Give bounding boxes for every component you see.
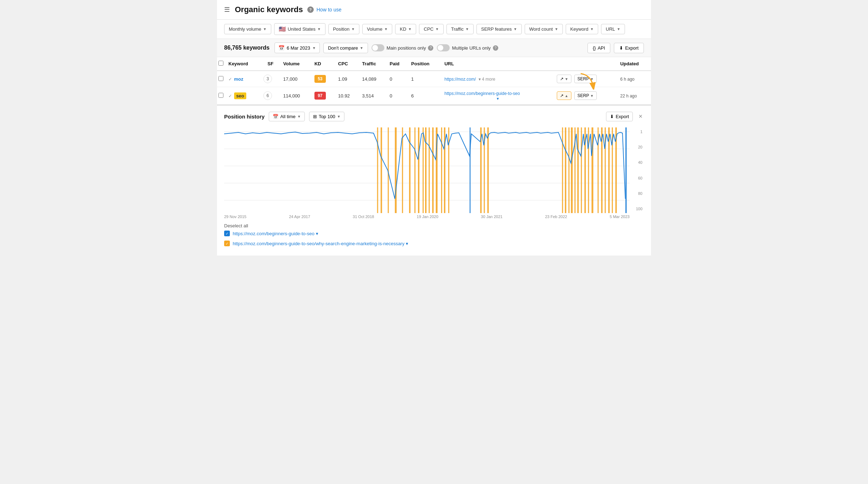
row-checkbox-cell-1[interactable]	[217, 71, 226, 87]
url-link-2[interactable]: https://moz.com/beginners-guide-to-seo	[444, 91, 520, 96]
page-title: Organic keywords	[235, 5, 303, 14]
multiple-urls-help-icon[interactable]: ?	[493, 45, 498, 51]
chevron-down-icon: ▼	[360, 46, 363, 50]
svg-rect-34	[588, 127, 589, 213]
url-checkbox-orange-2[interactable]: ✓	[224, 241, 230, 246]
sf-badge-2: 6	[263, 91, 272, 100]
calendar-icon: 📅	[273, 114, 278, 119]
multiple-urls-toggle[interactable]	[437, 44, 450, 51]
chevron-down-icon: ▼	[317, 27, 321, 31]
api-label: API	[597, 45, 605, 51]
filter-serp-features[interactable]: SERP features ▼	[476, 24, 522, 34]
filter-word-count[interactable]: Word count ▼	[525, 24, 563, 34]
paid-cell-1: 0	[387, 71, 408, 87]
main-positions-toggle-group: Main positions only ?	[372, 44, 434, 51]
serp-button-1[interactable]: SERP ▼	[574, 75, 597, 83]
svg-rect-13	[418, 127, 419, 213]
url-link-1[interactable]: https://moz.com/	[444, 77, 476, 82]
updated-cell-2: 22 h ago	[617, 87, 651, 105]
row-checkbox-1[interactable]	[218, 76, 223, 81]
kd-cell-1: 53	[312, 71, 335, 87]
filter-united-states-label: United States	[288, 26, 316, 32]
filter-position[interactable]: Position ▼	[328, 24, 359, 34]
keyword-cell-1: ✓ moz	[226, 71, 261, 87]
filter-word-count-label: Word count	[529, 26, 553, 32]
chevron-down-icon: ▲	[565, 94, 568, 98]
checkmark-icon: ✓	[228, 94, 232, 99]
hamburger-icon[interactable]: ☰	[224, 6, 230, 14]
filter-keyword[interactable]: Keyword ▼	[566, 24, 598, 34]
filter-volume[interactable]: Volume ▼	[362, 24, 392, 34]
main-positions-help-icon[interactable]: ?	[428, 45, 433, 51]
keyword-link-1[interactable]: moz	[234, 76, 243, 82]
y-label-20: 20	[631, 145, 642, 149]
svg-rect-26	[562, 127, 563, 213]
paid-cell-2: 0	[387, 87, 408, 105]
help-icon[interactable]: ?	[307, 6, 314, 13]
table-header-row: Keyword SF Volume KD CPC Traffic Paid Po…	[217, 57, 651, 71]
chevron-down-icon: ▼	[351, 27, 355, 31]
chevron-down-icon: ▼	[590, 94, 594, 98]
api-icon: {}	[593, 45, 596, 51]
url-checkbox-blue-1[interactable]: ✓	[224, 231, 230, 236]
position-history-header: Position history 📅 All time ▼ ⊞ Top 100 …	[224, 111, 644, 122]
export-label: Export	[625, 45, 639, 51]
deselect-all-link[interactable]: Deselect all	[224, 223, 248, 228]
export-icon: ⬇	[619, 45, 623, 51]
top100-label: Top 100	[319, 114, 335, 119]
table-row: ✓ moz 3 17,000 53 1.09 14,089 0 1 ht	[217, 71, 651, 87]
filter-united-states[interactable]: 🇺🇸 United States ▼	[274, 23, 326, 35]
filter-cpc[interactable]: CPC ▼	[419, 24, 443, 34]
position-history-chart	[224, 127, 630, 213]
main-positions-toggle[interactable]	[372, 44, 384, 51]
position-history-close-button[interactable]: ×	[637, 111, 644, 122]
main-positions-label: Main positions only	[387, 45, 426, 51]
all-time-button[interactable]: 📅 All time ▼	[269, 112, 305, 121]
updated-text-2: 22 h ago	[620, 94, 637, 99]
filter-position-label: Position	[333, 26, 349, 32]
svg-rect-12	[414, 127, 415, 213]
top100-button[interactable]: ⊞ Top 100 ▼	[309, 112, 344, 121]
kd-cell-2: 97	[312, 87, 335, 105]
filter-cpc-label: CPC	[424, 26, 433, 32]
position-history-export-button[interactable]: ⬇ Export	[606, 112, 633, 121]
filter-traffic[interactable]: Traffic ▼	[446, 24, 474, 34]
trend-button-1[interactable]: ↗ ▼	[557, 75, 571, 83]
url-item-text-1[interactable]: https://moz.com/beginners-guide-to-seo ▾	[233, 231, 318, 236]
export-icon: ⬇	[610, 114, 614, 119]
compare-button[interactable]: Don't compare ▼	[323, 43, 368, 53]
date-label: 6 Mar 2023	[287, 45, 310, 51]
filter-url[interactable]: URL ▼	[601, 24, 625, 34]
api-button[interactable]: {} API	[587, 43, 611, 53]
url-item-1: ✓ https://moz.com/beginners-guide-to-seo…	[224, 228, 644, 238]
trend-button-2[interactable]: ↗ ▲	[557, 91, 571, 100]
filter-monthly-volume[interactable]: Monthly volume ▼	[224, 24, 271, 34]
kd-badge-1: 53	[314, 75, 326, 83]
select-all-checkbox[interactable]	[218, 61, 223, 66]
serp-button-2[interactable]: SERP ▼	[574, 91, 597, 100]
col-kd: KD	[312, 57, 335, 71]
chart-x-axis: 29 Nov 2015 24 Apr 2017 31 Oct 2018 19 J…	[224, 213, 644, 219]
chart-y-axis: 1 20 40 60 80 100	[630, 127, 644, 213]
row-checkbox-cell-2[interactable]	[217, 87, 226, 105]
filter-traffic-label: Traffic	[451, 26, 464, 32]
y-label-1: 1	[631, 130, 642, 134]
url-item-text-2[interactable]: https://moz.com/beginners-guide-to-seo/w…	[233, 241, 408, 246]
date-picker-button[interactable]: 📅 6 Mar 2023 ▼	[274, 42, 320, 53]
filter-url-label: URL	[606, 26, 615, 32]
export-button[interactable]: ⬇ Export	[614, 43, 644, 53]
svg-rect-17	[432, 127, 434, 213]
svg-rect-31	[577, 127, 579, 213]
chevron-down-icon: ▼	[435, 27, 439, 31]
row-checkbox-2[interactable]	[218, 93, 223, 98]
action-cell-2: ↗ ▲ SERP ▼	[554, 87, 617, 105]
svg-rect-9	[395, 127, 397, 213]
select-all-checkbox-cell[interactable]	[217, 57, 226, 71]
filter-kd-label: KD	[400, 26, 406, 32]
y-label-60: 60	[631, 176, 642, 180]
how-to-use-link[interactable]: How to use	[317, 7, 342, 12]
check-icon: ✓	[226, 242, 228, 246]
url-more-1[interactable]: ▾ 4 more	[479, 77, 495, 82]
chevron-down-icon: ▼	[408, 27, 412, 31]
filter-kd[interactable]: KD ▼	[395, 24, 416, 34]
